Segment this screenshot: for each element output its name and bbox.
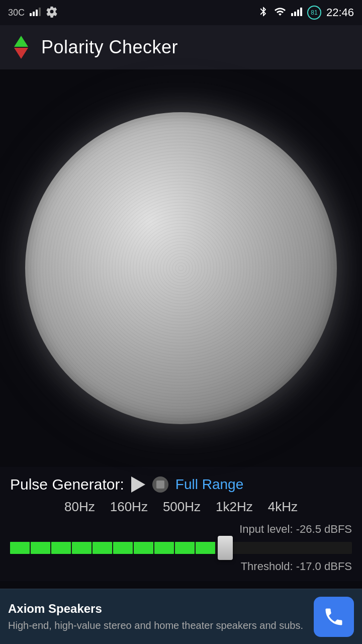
stop-icon xyxy=(156,480,164,489)
freq-160hz[interactable]: 160Hz xyxy=(110,499,148,515)
slider-green-fill xyxy=(10,542,215,554)
green-seg-6 xyxy=(113,542,133,554)
level-slider-container xyxy=(10,539,352,557)
phone-icon xyxy=(323,606,345,628)
full-range-label[interactable]: Full Range xyxy=(175,476,243,493)
triangle-up-icon xyxy=(14,36,28,47)
clock-display: 22:46 xyxy=(326,6,354,19)
speaker-circle[interactable] xyxy=(25,112,337,424)
stop-button[interactable] xyxy=(152,476,168,493)
temperature-display: 30C xyxy=(8,8,25,18)
ad-banner[interactable]: Axiom Speakers High-end, high-value ster… xyxy=(0,589,362,644)
freq-1k2hz[interactable]: 1k2Hz xyxy=(216,499,253,515)
threshold-display: Threshold: -17.0 dBFS xyxy=(241,560,352,573)
green-seg-2 xyxy=(31,542,50,554)
triangle-down-icon xyxy=(14,48,28,59)
threshold-row: Threshold: -17.0 dBFS xyxy=(10,560,352,573)
signal-bars-icon xyxy=(30,7,41,19)
pulse-generator-label: Pulse Generator: xyxy=(10,476,124,493)
ad-description: High-end, high-value stereo and home the… xyxy=(8,619,306,632)
main-display xyxy=(0,69,362,467)
green-seg-7 xyxy=(134,542,153,554)
input-level-row: Input level: -26.5 dBFS xyxy=(10,523,352,536)
bluetooth-icon xyxy=(258,6,269,20)
status-bar: 30C xyxy=(0,0,362,25)
green-seg-3 xyxy=(51,542,71,554)
battery-icon: 81 xyxy=(307,6,321,20)
wifi-icon xyxy=(274,6,286,20)
ad-phone-button[interactable] xyxy=(314,597,354,637)
green-seg-10 xyxy=(196,542,215,554)
green-seg-9 xyxy=(175,542,195,554)
app-title: Polarity Checker xyxy=(41,37,178,58)
pulse-generator-row: Pulse Generator: Full Range xyxy=(10,476,352,493)
ad-title: Axiom Speakers xyxy=(8,602,306,616)
app-bar: Polarity Checker xyxy=(0,25,362,69)
ad-text-area: Axiom Speakers High-end, high-value ster… xyxy=(8,602,306,632)
frequency-row: 80Hz 160Hz 500Hz 1k2Hz 4kHz xyxy=(10,499,352,515)
input-level-display: Input level: -26.5 dBFS xyxy=(239,523,352,536)
app-logo xyxy=(10,36,32,58)
settings-icon[interactable] xyxy=(46,6,58,20)
freq-4khz[interactable]: 4kHz xyxy=(268,499,298,515)
play-button[interactable] xyxy=(131,476,145,493)
controls-area: Pulse Generator: Full Range 80Hz 160Hz 5… xyxy=(0,467,362,581)
green-seg-8 xyxy=(154,542,174,554)
green-seg-4 xyxy=(72,542,92,554)
freq-80hz[interactable]: 80Hz xyxy=(64,499,95,515)
slider-track xyxy=(10,542,352,554)
green-seg-5 xyxy=(93,542,112,554)
freq-500hz[interactable]: 500Hz xyxy=(163,499,201,515)
signal-full-icon xyxy=(291,7,302,19)
circle-texture xyxy=(25,112,337,424)
green-seg-1 xyxy=(10,542,30,554)
slider-thumb[interactable] xyxy=(218,536,233,560)
